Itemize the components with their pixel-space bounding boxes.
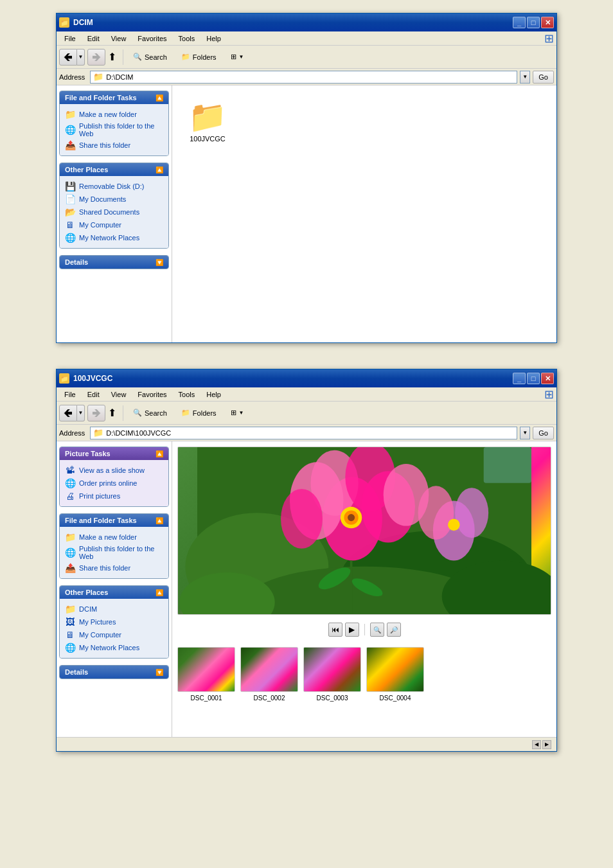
menu-tools-2[interactable]: Tools: [173, 389, 200, 400]
back-dropdown-1[interactable]: ▼: [77, 49, 85, 66]
panel-item-share-1[interactable]: 📤 Share this folder: [65, 139, 163, 152]
file-folder-tasks-title-1: File and Folder Tasks: [65, 94, 137, 102]
panel-item-mycomputer-1[interactable]: 🖥 My Computer: [65, 218, 163, 231]
menu-edit-2[interactable]: Edit: [82, 389, 105, 400]
thumbnail-dsc0001[interactable]: DSC_0001: [177, 647, 235, 702]
panel-item-new-folder-1[interactable]: 📁 Make a new folder: [65, 108, 163, 121]
new-folder-icon-1: 📁: [65, 109, 75, 120]
thumbnail-dsc0003[interactable]: DSC_0003: [303, 647, 361, 702]
file-folder-tasks-panel-2: File and Folder Tasks 🔼 📁 Make a new fol…: [59, 513, 169, 579]
menu-view-2[interactable]: View: [106, 389, 132, 400]
details-header-2[interactable]: Details 🔽: [60, 666, 168, 678]
publish-label-2: Publish this folder to the Web: [79, 545, 163, 560]
thumbnail-name-dsc0002: DSC_0002: [254, 695, 285, 702]
forward-button-2[interactable]: 🡺: [87, 405, 105, 421]
window-icon-1: 📁: [59, 17, 69, 28]
details-header-1[interactable]: Details 🔽: [60, 256, 168, 269]
menu-favorites-1[interactable]: Favorites: [132, 33, 172, 44]
panel-item-network-1[interactable]: 🌐 My Network Places: [65, 231, 163, 244]
menu-bar-1: File Edit View Favorites Tools Help ⊞: [57, 31, 556, 46]
file-folder-tasks-header-1[interactable]: File and Folder Tasks 🔼: [60, 91, 168, 104]
menu-help-1[interactable]: Help: [201, 33, 226, 44]
close-button-1[interactable]: ✕: [541, 17, 554, 28]
back-button-1[interactable]: 🡸: [59, 49, 77, 66]
photo-zoom-in-btn[interactable]: 🔍: [370, 623, 384, 637]
mycomputer-icon-1: 🖥: [65, 220, 75, 230]
thumbnail-dsc0002[interactable]: DSC_0002: [240, 647, 298, 702]
thumbnail-dsc0004[interactable]: DSC_0004: [366, 647, 424, 702]
panel-item-share-2[interactable]: 📤 Share this folder: [65, 562, 163, 574]
svg-point-22: [448, 518, 460, 531]
up-button-2[interactable]: ⬆: [108, 407, 116, 419]
minimize-button-1[interactable]: _: [513, 17, 526, 28]
menu-edit-1[interactable]: Edit: [82, 33, 105, 44]
go-button-2[interactable]: Go: [533, 427, 554, 439]
file-folder-tasks-header-2[interactable]: File and Folder Tasks 🔼: [60, 514, 168, 527]
back-dropdown-2[interactable]: ▼: [77, 405, 85, 421]
menu-view-1[interactable]: View: [106, 33, 132, 44]
window-icon-2: 📁: [59, 373, 69, 384]
scroll-left-btn[interactable]: ◀: [532, 740, 541, 749]
go-button-1[interactable]: Go: [533, 71, 554, 84]
search-button-2[interactable]: 🔍 Search: [127, 407, 173, 419]
thumbnail-img-dsc0002: [240, 647, 298, 692]
new-folder-icon-2: 📁: [65, 532, 75, 542]
menu-tools-1[interactable]: Tools: [173, 33, 200, 44]
forward-button-1[interactable]: 🡺: [87, 49, 105, 66]
panel-item-publish-1[interactable]: 🌐 Publish this folder to the Web: [65, 121, 163, 139]
network-label-1: My Network Places: [79, 234, 139, 242]
other-places-header-2[interactable]: Other Places 🔼: [60, 586, 168, 599]
folder-grid-1: 📁 100JVCGC: [180, 93, 549, 151]
panel-item-mypictures-2[interactable]: 🖼 My Pictures: [65, 616, 163, 628]
search-label-1: Search: [145, 53, 167, 61]
back-button-2[interactable]: 🡸: [59, 405, 77, 421]
panel-item-slideshow-2[interactable]: 📽 View as a slide show: [65, 464, 163, 477]
menu-favorites-2[interactable]: Favorites: [132, 389, 172, 400]
collapse-icon-fft-2: 🔼: [155, 517, 163, 524]
panel-item-publish-2[interactable]: 🌐 Publish this folder to the Web: [65, 544, 163, 562]
address-text-1[interactable]: D:\DCIM: [106, 73, 514, 81]
window-title-2: 100JVCGC: [73, 374, 513, 383]
folders-button-1[interactable]: 📁 Folders: [175, 51, 222, 63]
close-button-2[interactable]: ✕: [541, 373, 554, 384]
picture-tasks-header-2[interactable]: Picture Tasks 🔼: [60, 447, 168, 460]
panel-item-mydocs-1[interactable]: 📄 My Documents: [65, 193, 163, 206]
search-icon-1: 🔍: [133, 53, 142, 61]
panel-item-removable-1[interactable]: 💾 Removable Disk (D:): [65, 180, 163, 193]
panel-item-new-folder-2[interactable]: 📁 Make a new folder: [65, 531, 163, 544]
views-button-2[interactable]: ⊞ ▼: [225, 407, 250, 419]
photo-zoom-out-btn[interactable]: 🔎: [387, 623, 401, 637]
menu-file-2[interactable]: File: [59, 389, 81, 400]
address-dropdown-1[interactable]: ▼: [520, 71, 530, 84]
shared-label-1: Shared Documents: [79, 208, 139, 216]
address-input-wrap-2: 📁 D:\DCIM\100JVCGC: [90, 427, 517, 439]
other-places-header-1[interactable]: Other Places 🔼: [60, 163, 168, 176]
folders-button-2[interactable]: 📁 Folders: [175, 407, 222, 419]
panel-item-mycomputer-2[interactable]: 🖥 My Computer: [65, 628, 163, 641]
other-places-panel-2: Other Places 🔼 📁 DCIM 🖼 My Pictures 🖥 My: [59, 585, 169, 659]
address-text-2[interactable]: D:\DCIM\100JVCGC: [106, 429, 514, 437]
panel-item-dcim-2[interactable]: 📁 DCIM: [65, 603, 163, 616]
photo-prev-btn[interactable]: ⏮: [328, 623, 342, 637]
menu-file-1[interactable]: File: [59, 33, 81, 44]
removable-label-1: Removable Disk (D:): [79, 182, 144, 190]
address-dropdown-2[interactable]: ▼: [520, 427, 530, 439]
up-button-1[interactable]: ⬆: [108, 51, 116, 63]
minimize-button-2[interactable]: _: [513, 373, 526, 384]
maximize-button-1[interactable]: □: [527, 17, 540, 28]
menu-help-2[interactable]: Help: [201, 389, 226, 400]
details-panel-1: Details 🔽: [59, 255, 169, 269]
panel-item-shared-1[interactable]: 📂 Shared Documents: [65, 206, 163, 218]
window-title-1: DCIM: [73, 18, 513, 27]
search-button-1[interactable]: 🔍 Search: [127, 51, 173, 63]
share-label-1: Share this folder: [79, 141, 130, 149]
folder-100jvcgc[interactable]: 📁 100JVCGC: [185, 98, 230, 146]
panel-item-network-2[interactable]: 🌐 My Network Places: [65, 641, 163, 654]
views-button-1[interactable]: ⊞ ▼: [225, 51, 250, 63]
scroll-right-btn[interactable]: ▶: [542, 740, 551, 749]
search-icon-2: 🔍: [133, 409, 142, 417]
panel-item-order-prints-2[interactable]: 🌐 Order prints online: [65, 477, 163, 490]
photo-play-btn[interactable]: ▶: [345, 623, 359, 637]
panel-item-print-2[interactable]: 🖨 Print pictures: [65, 490, 163, 502]
maximize-button-2[interactable]: □: [527, 373, 540, 384]
